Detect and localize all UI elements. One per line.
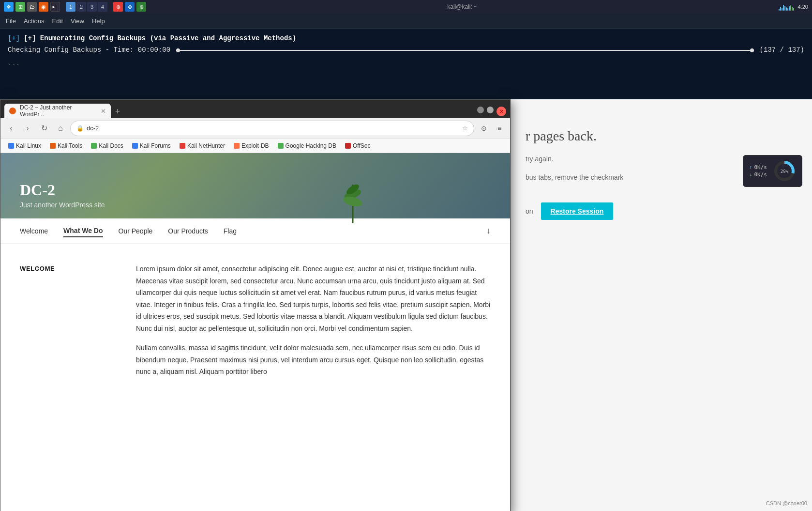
address-bar[interactable]: 🔒 dc-2 ☆ [70,121,474,136]
net-upload-row: ↑ 0K/s [749,164,767,170]
cpu-percent-text: 29% [781,169,789,174]
network-graph [779,3,794,11]
firefox-icon[interactable]: ◉ [39,2,48,12]
csdn-badge: CSDN @coner00 [766,500,807,506]
nav-our-people[interactable]: Our People [119,225,153,237]
app-icon-1[interactable]: ⊛ [113,2,123,12]
app-icon-2[interactable]: ⊛ [125,2,135,12]
nav-our-products[interactable]: Our Products [168,225,208,237]
progress-fraction: (137 / 137) [760,45,804,55]
window-close-btn[interactable]: ✕ [496,107,506,116]
section-text: Lorem ipsum dolor sit amet, consectetur … [136,263,491,378]
system-bar: ❖ ⊞ 🗁 ◉ ▶_ 1 2 3 4 ⊛ ⊛ ⊛ kali@kali: ~ [0,0,812,14]
pocket-btn[interactable]: ⊙ [477,122,491,135]
terminal-menubar: File Actions Edit View Help [0,14,812,29]
download-arrow: ↓ [749,171,752,178]
files-icon[interactable]: ⊞ [15,2,25,12]
bookmark-kali-nethunter[interactable]: Kali NetHunter [176,141,229,150]
browser-navbar: ‹ › ↻ ⌂ 🔒 dc-2 ☆ ⊙ ≡ [0,118,510,139]
bookmark-kali-linux-favicon [8,143,14,149]
bookmark-exploit-db[interactable]: Exploit-DB [230,141,273,150]
bookmarks-bar: Kali Linux Kali Tools Kali Docs Kali For… [0,139,510,153]
menu-view[interactable]: View [71,17,84,25]
menu-actions[interactable]: Actions [24,17,45,25]
site-nav: Welcome What We Do Our People Our Produc… [0,218,510,244]
workspace-1[interactable]: 1 [66,2,75,12]
bookmark-exploit-db-label: Exploit-DB [241,142,269,149]
menu-help[interactable]: Help [92,17,105,25]
bookmark-kali-tools-favicon [50,143,56,149]
app-icon-3[interactable]: ⊛ [136,2,146,12]
url-text: dc-2 [87,124,459,132]
bookmark-kali-linux-label: Kali Linux [16,142,41,149]
restore-session-btn[interactable]: Restore Session [541,202,614,220]
forward-btn[interactable]: › [21,122,34,135]
security-icon: 🔒 [76,125,84,132]
bookmark-kali-forums-label: Kali Forums [140,142,171,149]
terminal-icon[interactable]: ▶_ [50,2,60,12]
progress-bar [176,50,754,51]
system-bar-user: kali@kali: ~ [447,3,477,10]
bookmark-kali-forums[interactable]: Kali Forums [128,141,175,150]
menu-edit[interactable]: Edit [52,17,63,25]
browser-tab-active[interactable]: DC-2 – Just another WordPr... ✕ [4,104,111,118]
site-hero: DC-2 Just another WordPress site [0,153,510,218]
bookmark-kali-docs-favicon [91,143,97,149]
bookmark-kali-docs-label: Kali Docs [99,142,123,149]
nav-arrow-down[interactable]: ↓ [486,226,491,236]
body-paragraph-2: Nullam convallis, massa id sagittis tinc… [136,342,491,378]
workspace-3[interactable]: 3 [87,2,97,12]
terminal-progress: Checking Config Backups - Time: 00:00:00… [8,45,804,55]
right-panel-actions: on Restore Session [526,202,613,220]
right-panel-on-label: on [526,207,533,215]
bookmark-kali-docs[interactable]: Kali Docs [87,141,127,150]
new-tab-btn[interactable]: + [111,105,124,118]
right-panel-sub2: bus tabs, remove the checkmark [526,172,623,183]
upload-arrow: ↑ [749,164,752,170]
home-btn[interactable]: ⌂ [54,122,67,135]
bookmark-kali-linux[interactable]: Kali Linux [4,141,45,150]
back-btn[interactable]: ‹ [4,122,18,135]
bookmark-kali-tools-label: Kali Tools [58,142,82,149]
tab-favicon [9,108,16,114]
website-content: DC-2 Just another WordPress site Welcome… [0,153,510,511]
bookmark-kali-nethunter-favicon [180,143,185,149]
refresh-btn[interactable]: ↻ [37,122,51,135]
folder-icon[interactable]: 🗁 [27,2,37,12]
right-panel-heading: r pages back. [526,128,597,144]
tab-close-btn[interactable]: ✕ [101,108,106,115]
terminal-content: [+] [+] Enumerating Config Backups (via … [0,29,812,102]
tab-controls: ✕ [477,107,506,118]
bookmark-ghdb[interactable]: Google Hacking DB [274,141,340,150]
nav-extra-buttons: ⊙ ≡ [477,122,506,135]
browser-window: DC-2 – Just another WordPr... ✕ + ✕ ‹ › … [0,99,511,511]
bookmark-offsec-favicon [345,143,351,149]
right-panel-sub1: try again. [526,154,554,164]
kali-icon[interactable]: ❖ [4,2,14,12]
nav-flag[interactable]: Flag [224,225,237,237]
download-value: 0K/s [754,171,767,178]
bookmark-kali-tools[interactable]: Kali Tools [46,141,86,150]
net-download-row: ↓ 0K/s [749,171,767,178]
window-minimize-btn[interactable] [477,107,484,113]
system-time: 4:20 [798,4,808,10]
net-stats: ↑ 0K/s ↓ 0K/s [749,164,767,178]
bookmark-exploit-db-favicon [234,143,240,149]
workspace-2[interactable]: 2 [76,2,86,12]
terminal-text-1: [+] Enumerating Config Backups (via Pass… [24,33,296,44]
menu-file[interactable]: File [6,17,16,25]
nav-what-we-do[interactable]: What We Do [63,225,103,237]
bookmark-star[interactable]: ☆ [462,124,468,132]
window-maximize-btn[interactable] [487,107,494,113]
bookmark-kali-nethunter-label: Kali NetHunter [187,142,225,149]
nav-welcome[interactable]: Welcome [20,225,48,237]
menu-btn[interactable]: ≡ [493,122,506,135]
workspace-nums: 1 2 3 4 [66,2,107,12]
net-monitor: ↑ 0K/s ↓ 0K/s 29% [743,155,802,187]
workspace-4[interactable]: 4 [98,2,107,12]
terminal-window: File Actions Edit View Help [+] [+] Enum… [0,0,812,102]
terminal-dim: ... [8,58,804,68]
hero-plant [341,165,365,218]
site-hero-text: DC-2 Just another WordPress site [20,181,105,209]
bookmark-offsec[interactable]: OffSec [341,141,374,150]
